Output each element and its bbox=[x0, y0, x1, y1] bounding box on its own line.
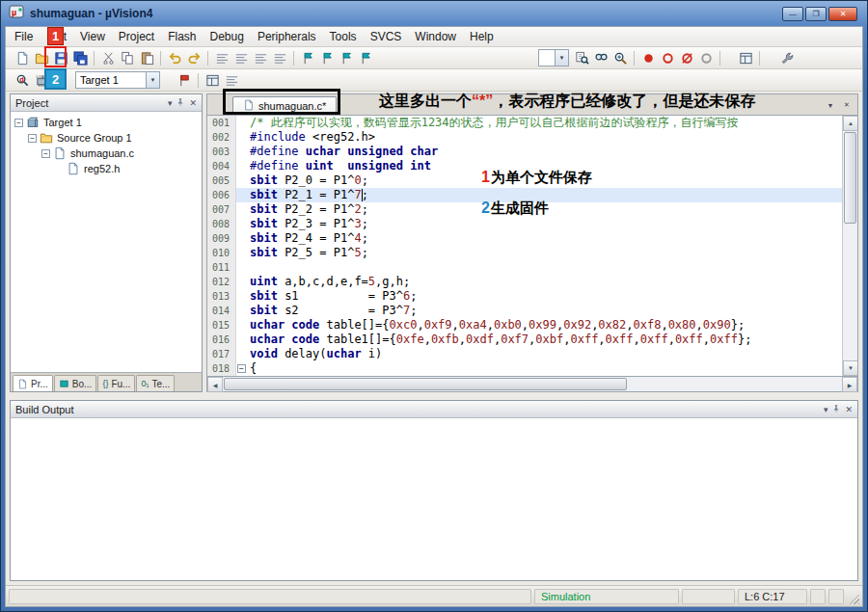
collapse-icon[interactable]: − bbox=[14, 119, 23, 127]
manage-components-icon[interactable] bbox=[223, 71, 240, 89]
save-all-icon[interactable] bbox=[71, 49, 89, 67]
target-select[interactable]: Target 1 ▼ bbox=[75, 71, 160, 89]
panel-tab-te[interactable]: 0₁Te... bbox=[136, 375, 175, 391]
folder-icon bbox=[40, 131, 54, 145]
paste-icon[interactable] bbox=[138, 49, 155, 67]
cut-icon[interactable] bbox=[99, 49, 117, 67]
start-stop-debug-icon[interactable] bbox=[14, 71, 31, 89]
status-bar: Simulation L:6 C:17 bbox=[6, 585, 862, 606]
code-line-016[interactable]: 016uchar code table1[]={0xfe,0xfb,0xdf,0… bbox=[207, 333, 842, 347]
chevron-down-icon[interactable]: ▾ bbox=[824, 405, 828, 414]
new-file-icon[interactable] bbox=[14, 49, 31, 67]
maximize-button[interactable]: ❐ bbox=[805, 7, 827, 21]
menu-peripherals[interactable]: Peripherals bbox=[251, 27, 323, 46]
scroll-up-icon[interactable]: ▲ bbox=[843, 116, 858, 131]
code-line-014[interactable]: 014sbit s2 = P3^7; bbox=[207, 304, 842, 318]
breakpoint-enable-all-icon[interactable] bbox=[697, 49, 715, 67]
code-line-003[interactable]: 003#define uchar unsigned char bbox=[207, 145, 842, 159]
collapse-icon[interactable]: − bbox=[41, 149, 50, 158]
debug-windows-grid-icon[interactable] bbox=[737, 49, 754, 67]
panel-tab-pr[interactable]: Pr... bbox=[13, 375, 53, 391]
chevron-down-icon[interactable]: ▾ bbox=[168, 98, 173, 108]
code-line-008[interactable]: 008sbit P2_3 = P1^3; bbox=[207, 217, 842, 231]
zoom-in-icon[interactable] bbox=[611, 49, 629, 67]
code-line-017[interactable]: 017void delay(uchar i) bbox=[207, 347, 842, 361]
breakpoint-disable-icon[interactable] bbox=[659, 49, 676, 67]
menu-help[interactable]: Help bbox=[463, 27, 501, 46]
redo-icon[interactable] bbox=[185, 49, 203, 67]
panel-tab-fu[interactable]: {}Fu... bbox=[97, 375, 135, 391]
tree-node-source-group-1[interactable]: −Source Group 1 bbox=[11, 130, 202, 146]
menu-file[interactable]: File bbox=[8, 27, 40, 46]
menu-view[interactable]: View bbox=[73, 27, 112, 46]
comment-lines-icon[interactable] bbox=[252, 49, 269, 67]
menu-svcs[interactable]: SVCS bbox=[364, 27, 409, 46]
code-line-002[interactable]: 002#include <reg52.h> bbox=[207, 130, 842, 145]
fold-collapse-icon[interactable]: − bbox=[237, 364, 246, 373]
scroll-down-icon[interactable]: ▼ bbox=[843, 360, 858, 376]
tree-node-shumaguan-c[interactable]: −shumaguan.c bbox=[11, 146, 202, 161]
horizontal-scroll-thumb[interactable] bbox=[224, 378, 627, 390]
code-line-013[interactable]: 013sbit s1 = P3^6; bbox=[207, 289, 842, 304]
code-editor[interactable]: 001/* 此程序可以实现，数码管显示1234的状态，用户可以自己根据前边的试验… bbox=[206, 115, 858, 377]
toolbar-separator bbox=[94, 51, 95, 66]
undo-icon[interactable] bbox=[166, 49, 183, 67]
fold-margin bbox=[236, 246, 247, 260]
code-lines[interactable]: 001/* 此程序可以实现，数码管显示1234的状态，用户可以自己根据前边的试验… bbox=[207, 116, 842, 376]
chevron-down-icon[interactable]: ▼ bbox=[146, 72, 159, 88]
collapse-icon[interactable]: − bbox=[28, 134, 37, 143]
code-line-010[interactable]: 010sbit P2_5 = P1^5; bbox=[207, 246, 842, 260]
menu-tools[interactable]: Tools bbox=[323, 27, 364, 46]
chevron-down-icon[interactable]: ▼ bbox=[555, 50, 568, 66]
scroll-right-icon[interactable]: ▶ bbox=[842, 377, 857, 392]
pin-icon[interactable] bbox=[831, 404, 841, 415]
copy-icon[interactable] bbox=[119, 49, 136, 67]
bookmark-prev-icon[interactable] bbox=[318, 49, 336, 67]
panel-tab-bo[interactable]: Bo... bbox=[54, 375, 97, 391]
tree-node-target-1[interactable]: −Target 1 bbox=[11, 115, 202, 130]
build-output-content[interactable] bbox=[11, 418, 857, 580]
resize-grip[interactable] bbox=[847, 592, 859, 604]
scroll-track[interactable] bbox=[843, 225, 857, 360]
annotation-note-2: 2生成固件 bbox=[481, 200, 549, 218]
find-text-icon[interactable] bbox=[592, 49, 610, 67]
fold-margin bbox=[236, 318, 247, 333]
scroll-track[interactable] bbox=[628, 377, 842, 391]
menu-flash[interactable]: Flash bbox=[161, 27, 203, 46]
tab-close-icon[interactable]: ✕ bbox=[840, 98, 854, 112]
target-flag-icon[interactable] bbox=[176, 71, 193, 89]
close-icon[interactable]: ✕ bbox=[189, 98, 197, 108]
find-in-files-icon[interactable] bbox=[573, 49, 590, 67]
configure-tools-wrench-icon[interactable] bbox=[778, 49, 796, 67]
code-line-018[interactable]: 018−{ bbox=[207, 361, 842, 376]
horizontal-scrollbar[interactable]: ◀ ▶ bbox=[206, 377, 858, 392]
vertical-scrollbar[interactable]: ▲ ▼ bbox=[842, 116, 857, 376]
code-line-015[interactable]: 015uchar code table[]={0xc0,0xf9,0xa4,0x… bbox=[207, 318, 842, 333]
scroll-left-icon[interactable]: ◀ bbox=[207, 377, 223, 392]
minimize-button[interactable]: — bbox=[782, 7, 803, 21]
bookmark-clear-icon[interactable] bbox=[357, 49, 374, 67]
indent-icon[interactable] bbox=[213, 49, 231, 67]
breakpoint-toggle-icon[interactable] bbox=[639, 49, 657, 67]
bookmark-next-icon[interactable] bbox=[338, 49, 355, 67]
code-line-009[interactable]: 009sbit P2_4 = P1^4; bbox=[207, 231, 842, 246]
outdent-icon[interactable] bbox=[232, 49, 250, 67]
close-icon[interactable]: ✕ bbox=[845, 405, 853, 414]
title-bar[interactable]: µ shumaguan - µVision4 — ❐ ✕ bbox=[5, 1, 863, 26]
options-for-target-icon[interactable] bbox=[203, 71, 221, 89]
tab-list-icon[interactable]: ▼ bbox=[824, 98, 837, 112]
find-combo[interactable]: ▼ bbox=[538, 49, 569, 67]
tree-node-reg52-h[interactable]: reg52.h bbox=[11, 161, 202, 176]
code-line-001[interactable]: 001/* 此程序可以实现，数码管显示1234的状态，用户可以自己根据前边的试验… bbox=[207, 116, 842, 130]
menu-debug[interactable]: Debug bbox=[203, 27, 251, 46]
code-line-011[interactable]: 011 bbox=[207, 260, 842, 275]
menu-window[interactable]: Window bbox=[408, 27, 463, 46]
vertical-scroll-thumb[interactable] bbox=[844, 132, 856, 224]
menu-project[interactable]: Project bbox=[112, 27, 161, 46]
pin-icon[interactable] bbox=[176, 97, 185, 109]
breakpoint-kill-all-icon[interactable] bbox=[678, 49, 695, 67]
uncomment-lines-icon[interactable] bbox=[271, 49, 288, 67]
close-button[interactable]: ✕ bbox=[828, 7, 857, 21]
code-line-012[interactable]: 012uint a,b,c,d,e,f=5,g,h; bbox=[207, 275, 842, 289]
bookmark-toggle-icon[interactable] bbox=[299, 49, 316, 67]
